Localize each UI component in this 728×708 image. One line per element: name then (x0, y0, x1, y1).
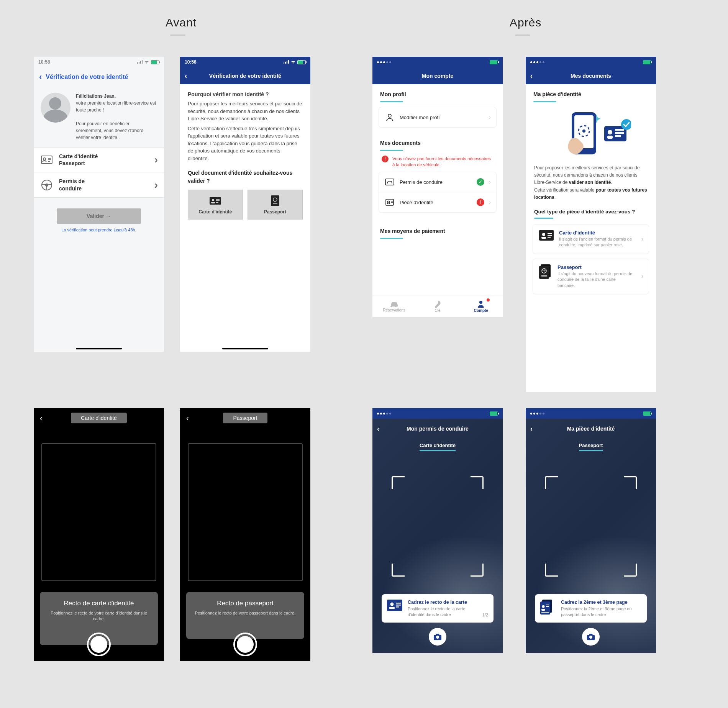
row-drivers-licence[interactable]: Permis de conduire ✓ › (379, 172, 496, 192)
svg-point-23 (608, 130, 612, 134)
back-icon[interactable]: ‹ (39, 72, 42, 82)
capture-button[interactable] (429, 628, 446, 646)
svg-rect-50 (546, 605, 549, 605)
row-identity-doc[interactable]: Pièce d'identité ! › (379, 192, 496, 212)
option-id-subtitle: Il s'agit de l'ancien format du permis d… (559, 236, 633, 248)
doc-chip: Passeport (579, 441, 603, 451)
signal-dots-icon (377, 413, 391, 415)
svg-rect-43 (396, 605, 401, 606)
heading-after: Après (510, 16, 541, 29)
back-icon[interactable]: ‹ (40, 414, 43, 423)
statusbar-right (284, 60, 306, 64)
section-underline (380, 101, 403, 102)
screen-avant-2: 10:58 ‹ Vérification de votre identité P… (180, 57, 310, 352)
tab-label: Compte (474, 308, 488, 313)
option-passport-subtitle: Il s'agit du nouveau format du permis de… (557, 271, 633, 288)
question-doc-type: Quel type de pièce d'identité avez-vous … (526, 201, 656, 216)
tab-account[interactable]: Compte (459, 295, 503, 317)
capture-frame (188, 443, 303, 581)
paragraph-2: Cette vérification s'effectue très simpl… (188, 125, 303, 162)
svg-rect-27 (615, 135, 621, 137)
warning-missing-docs: ! Vous n'avez pas fourni les documents n… (372, 156, 503, 172)
intro-block: Félicitations Jean, votre première locat… (34, 87, 164, 147)
signal-dots-icon (377, 61, 391, 63)
back-icon[interactable]: ‹ (530, 72, 533, 80)
svg-rect-33 (548, 235, 552, 236)
row-edit-profile[interactable]: Modifier mon profil › (379, 107, 496, 127)
screen-apres-documents: ‹ Mes documents Ma pièce d'identité (526, 57, 656, 392)
svg-point-30 (542, 233, 545, 236)
svg-rect-14 (385, 179, 394, 185)
heading-before: Avant (166, 16, 197, 29)
svg-rect-8 (216, 200, 220, 201)
cam-header: ‹ Passeport (180, 408, 310, 428)
chevron-right-icon: › (154, 179, 158, 191)
chevron-right-icon: › (489, 114, 491, 120)
id-card-icon (188, 195, 243, 206)
header: ‹ Mon permis de conduire (372, 419, 503, 439)
statusbar (372, 57, 503, 67)
svg-rect-32 (548, 233, 552, 234)
screen-cam-new-passport: ‹ Ma pièce d'identité Passeport Cadrez l… (526, 408, 656, 653)
statusbar-right (137, 60, 159, 64)
svg-rect-26 (615, 132, 624, 134)
page-title: Mes documents (571, 73, 611, 79)
instruction-title: Recto de passeport (192, 600, 299, 607)
svg-point-53 (589, 636, 592, 639)
screen-cam-new-licence: ‹ Mon permis de conduire Carte d'identit… (372, 408, 503, 653)
row-permit-label: Permis de conduire (59, 178, 149, 192)
rule (515, 34, 530, 36)
back-icon[interactable]: ‹ (185, 72, 187, 80)
status-error-icon: ! (477, 198, 484, 206)
svg-point-40 (390, 603, 394, 606)
car-icon (390, 300, 399, 307)
cam-header: ‹ Carte d'identité (34, 408, 164, 428)
home-indicator (76, 348, 122, 349)
shutter-button[interactable] (87, 633, 111, 656)
option-id-card[interactable]: Carte d'identité Il s'agit de l'ancien f… (533, 224, 649, 254)
instruction-panel: Recto de passeport Positionnez le recto … (186, 592, 304, 639)
svg-point-21 (582, 129, 585, 133)
greeting-text: votre première location libre-service es… (76, 100, 156, 113)
screen-cam-old-passport: ‹ Passeport Recto de passeport Positionn… (180, 408, 310, 661)
status-ok-icon: ✓ (477, 178, 484, 186)
illustration-phone-id (526, 107, 656, 164)
back-icon[interactable]: ‹ (530, 425, 533, 433)
svg-point-48 (542, 605, 545, 608)
section-underline (533, 101, 556, 102)
section-underline (380, 150, 403, 151)
screen-cam-old-id: ‹ Carte d'identité Recto de carte d'iden… (34, 408, 164, 661)
row-id-label: Carte d'identité Passeport (59, 153, 149, 167)
statusbar (526, 408, 656, 419)
svg-rect-9 (216, 202, 218, 203)
option-passport[interactable]: Passeport (248, 190, 303, 220)
back-icon[interactable]: ‹ (186, 414, 189, 423)
warning-text: Vous n'avez pas fourni les documents néc… (392, 156, 494, 168)
option-id-card[interactable]: Carte d'identité (188, 190, 243, 220)
section-profile: Mon profil (372, 84, 503, 100)
svg-point-45 (436, 636, 439, 639)
id-card-icon (387, 600, 402, 611)
option-passport[interactable]: Passeport Il s'agit du nouveau format du… (533, 259, 649, 294)
shutter-button[interactable] (233, 633, 257, 656)
section-documents: Mes documents (372, 133, 503, 148)
tab-reservations[interactable]: Réservations (372, 295, 416, 317)
camera-icon (587, 633, 595, 640)
svg-rect-51 (546, 606, 549, 607)
svg-rect-6 (211, 202, 215, 203)
chevron-right-icon: › (489, 199, 491, 205)
notification-badge (486, 298, 490, 302)
tab-key[interactable]: Clé (416, 295, 459, 317)
key-icon (434, 300, 441, 308)
greeting-bold: Félicitations Jean, (76, 93, 116, 99)
row-licence-label: Permis de conduire (400, 179, 472, 185)
row-id-passport[interactable]: Carte d'identité Passeport › (34, 148, 164, 172)
validate-button[interactable]: Valider → (57, 208, 141, 224)
page-title: Vérification de votre identité (46, 74, 128, 80)
header: ‹ Vérification de votre identité (34, 67, 164, 87)
chevron-right-icon: › (154, 154, 158, 166)
capture-button[interactable] (582, 628, 600, 646)
doc-chip: Carte d'identité (420, 441, 456, 451)
row-permit[interactable]: Permis de conduire › (34, 172, 164, 197)
back-icon[interactable]: ‹ (377, 425, 379, 433)
